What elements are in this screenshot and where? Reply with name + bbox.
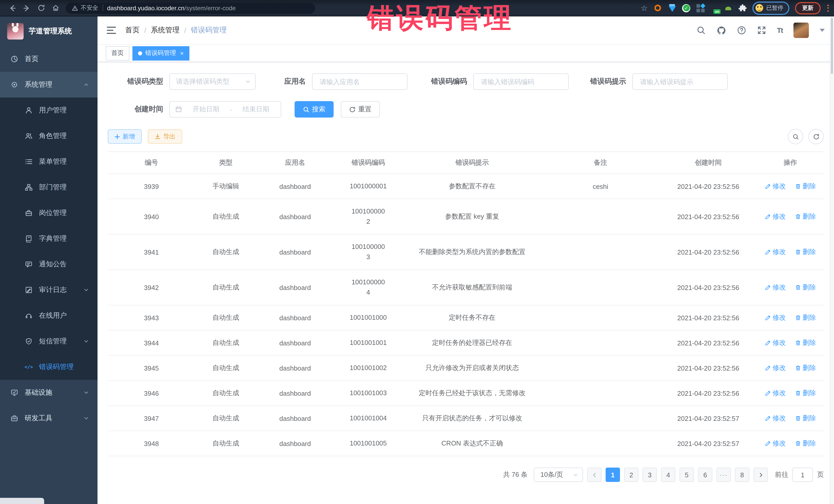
edit-link[interactable]: 修改	[765, 313, 786, 322]
browser-menu-icon[interactable]	[827, 4, 829, 12]
pager-ellipsis[interactable]: ···	[717, 467, 731, 482]
browser-update-button[interactable]: 更新	[795, 2, 821, 14]
delete-link[interactable]: 删除	[795, 364, 816, 373]
monitor-check-icon	[10, 389, 19, 397]
table-refresh-button[interactable]	[808, 129, 824, 144]
extension-person-icon[interactable]	[724, 4, 732, 12]
page-button[interactable]: 6	[698, 467, 712, 482]
sidebar-item-departments[interactable]: 部门管理	[0, 175, 97, 200]
tab-close-icon[interactable]: ×	[180, 50, 184, 56]
prev-page-button[interactable]	[587, 467, 601, 482]
sidebar-item-dev-tools[interactable]: 研发工具	[0, 406, 97, 431]
reset-button[interactable]: 重置	[341, 101, 380, 117]
search-icon	[303, 106, 309, 113]
delete-link[interactable]: 删除	[795, 338, 816, 348]
page-button[interactable]: 1	[606, 467, 620, 482]
edit-link[interactable]: 修改	[765, 389, 786, 398]
delete-link[interactable]: 删除	[795, 247, 816, 257]
extension-blue-gem-icon[interactable]	[668, 4, 676, 12]
page-button[interactable]: 4	[661, 467, 675, 482]
app-logo-row[interactable]: 芋道管理系统	[0, 17, 97, 46]
help-icon[interactable]	[737, 26, 746, 35]
fullscreen-icon[interactable]	[757, 26, 766, 35]
cell-id: 3939	[108, 174, 195, 199]
edit-link[interactable]: 修改	[765, 439, 786, 448]
bookmark-star-icon[interactable]: ☆	[641, 4, 648, 12]
extension-grid-icon[interactable]	[696, 4, 705, 12]
user-avatar[interactable]	[793, 23, 809, 38]
browser-home-button[interactable]	[48, 2, 63, 14]
sidebar-item-roles[interactable]: 角色管理	[0, 123, 97, 149]
delete-link[interactable]: 删除	[795, 283, 816, 292]
sidebar-item-online-users[interactable]: 在线用户	[0, 303, 97, 328]
export-button[interactable]: 导出	[148, 129, 182, 144]
edit-link[interactable]: 修改	[765, 283, 786, 292]
forward-arrow-icon	[23, 4, 31, 12]
tab-home[interactable]: 首页	[106, 46, 129, 60]
avatar-caret-icon[interactable]	[820, 29, 825, 32]
error-type-select[interactable]: 请选择错误码类型	[169, 73, 256, 90]
sidebar-item-sms[interactable]: 短信管理	[0, 328, 97, 354]
sidebar-collapse-icon[interactable]	[107, 27, 116, 34]
search-icon[interactable]	[697, 26, 706, 35]
app-name-input[interactable]	[312, 73, 408, 90]
sidebar-item-notices[interactable]: 通知公告	[0, 251, 97, 277]
sidebar-item-dictionary[interactable]: 字典管理	[0, 226, 97, 251]
profile-paused-pill[interactable]: 已暂停	[752, 1, 789, 15]
extension-list-on-icon[interactable]: on	[710, 4, 719, 12]
error-code-input-field[interactable]	[480, 77, 562, 86]
sidebar-item-posts[interactable]: 岗位管理	[0, 200, 97, 226]
browser-back-button[interactable]	[5, 2, 20, 14]
app-name-input-field[interactable]	[319, 77, 401, 86]
breadcrumb-system[interactable]: 系统管理	[151, 26, 180, 35]
page-button[interactable]: 3	[642, 467, 657, 482]
address-bar[interactable]: 不安全 dashboard.yudao.iocoder.cn/system/er…	[66, 2, 315, 14]
page-size-select[interactable]: 10条/页	[534, 467, 583, 482]
cell-remark	[542, 330, 659, 355]
table-search-toggle-button[interactable]	[788, 129, 803, 144]
edit-link[interactable]: 修改	[765, 212, 786, 221]
error-code-input[interactable]	[473, 73, 569, 90]
add-button[interactable]: 新增	[108, 129, 142, 144]
edit-link[interactable]: 修改	[765, 247, 786, 257]
extensions-puzzle-icon[interactable]	[738, 4, 747, 12]
edit-link[interactable]: 修改	[765, 182, 786, 191]
sidebar-item-error-codes[interactable]: </> 错误码管理	[0, 354, 97, 380]
browser-forward-button[interactable]	[20, 2, 34, 14]
date-range-picker[interactable]: 开始日期 - 结束日期	[169, 101, 281, 117]
delete-link[interactable]: 删除	[795, 212, 816, 221]
edit-link[interactable]: 修改	[765, 364, 786, 373]
sidebar-item-infrastructure[interactable]: 基础设施	[0, 380, 97, 406]
delete-link[interactable]: 删除	[795, 182, 816, 191]
tab-error-codes[interactable]: 错误码管理 ×	[132, 46, 190, 60]
browser-reload-button[interactable]	[34, 2, 48, 14]
sidebar-item-menus[interactable]: 菜单管理	[0, 149, 97, 175]
sidebar-item-home[interactable]: 首页	[0, 46, 97, 72]
delete-link[interactable]: 删除	[795, 389, 816, 398]
breadcrumb-home[interactable]: 首页	[125, 26, 139, 35]
page-scrollbar[interactable]	[830, 16, 834, 504]
edit-link[interactable]: 修改	[765, 338, 786, 348]
page-button[interactable]: 2	[624, 467, 638, 482]
search-button[interactable]: 搜索	[294, 101, 334, 117]
extension-green-check-icon[interactable]: ✓	[682, 4, 690, 12]
edit-link[interactable]: 修改	[765, 414, 786, 423]
security-indicator[interactable]: 不安全	[72, 4, 98, 12]
page-button[interactable]: 8	[735, 467, 749, 482]
extension-orange-ring-icon[interactable]	[653, 4, 662, 12]
delete-link[interactable]: 删除	[795, 414, 816, 423]
sidebar-item-users[interactable]: 用户管理	[0, 97, 97, 123]
font-size-icon[interactable]: Tt	[777, 26, 783, 35]
next-page-button[interactable]	[753, 467, 768, 482]
sidebar-item-system[interactable]: 系统管理	[0, 72, 97, 97]
page-button[interactable]: 5	[680, 467, 694, 482]
error-hint-input-field[interactable]	[639, 77, 721, 86]
goto-page-input[interactable]	[792, 467, 813, 482]
download-icon	[154, 133, 161, 139]
error-hint-input[interactable]	[632, 73, 728, 90]
delete-link[interactable]: 删除	[795, 313, 816, 322]
delete-link[interactable]: 删除	[795, 439, 816, 448]
sidebar-item-audit-log[interactable]: 审计日志	[0, 277, 97, 303]
github-icon[interactable]	[717, 25, 726, 35]
scrollbar-thumb[interactable]	[831, 18, 833, 74]
